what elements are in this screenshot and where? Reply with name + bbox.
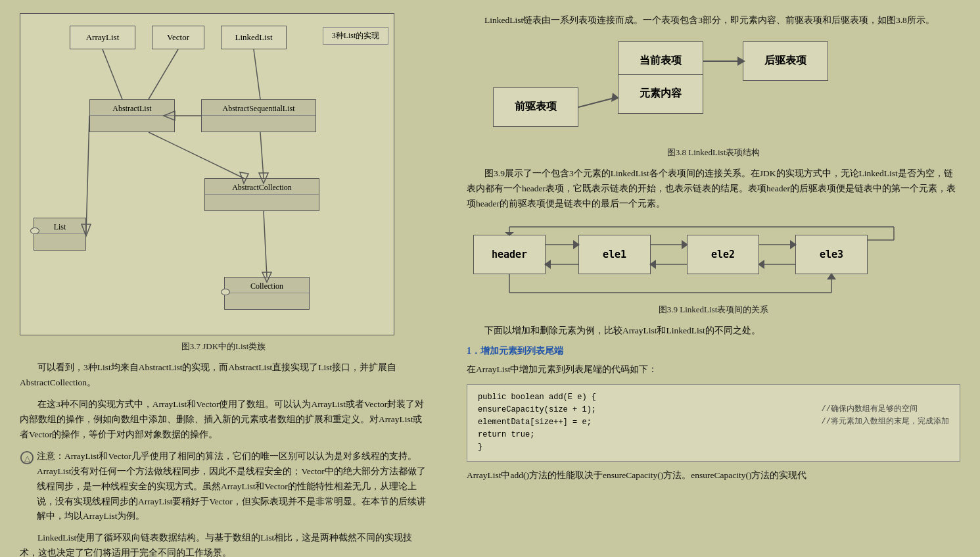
para2-left: 在这3种不同的实现方式中，ArrayList和Vector使用了数组。可以认为A… <box>20 397 427 443</box>
fig38-arrows <box>467 35 861 140</box>
uml-box-list: List <box>34 218 86 251</box>
para3-left: LinkedList使用了循环双向链表数据结构。与基于数组的List相比，这是两… <box>20 531 427 557</box>
left-panel: 3种List的实现 ArrayList Vector LinkedList Ab… <box>0 0 447 557</box>
uml-box-abstractcollection: AbstractCollection <box>204 178 319 211</box>
svg-marker-20 <box>573 240 580 249</box>
svg-line-11 <box>264 211 267 277</box>
svg-line-7 <box>260 132 264 178</box>
svg-marker-18 <box>611 93 619 102</box>
para4-right: 在ArrayList中增加元素到列表尾端的代码如下： <box>467 362 960 377</box>
svg-marker-24 <box>682 240 688 249</box>
uml-box-linkedlist: LinkedList <box>221 26 287 49</box>
uml-box-abstractlist: AbstractList <box>89 99 175 132</box>
uml-diagram: 3种List的实现 ArrayList Vector LinkedList Ab… <box>20 13 394 335</box>
svg-line-1 <box>149 49 178 99</box>
uml-box-abstractsequentiallist: AbstractSequentialList <box>201 99 316 132</box>
para5-right: ArrayList中add()方法的性能取决于ensureCapacity()方… <box>467 468 960 483</box>
svg-line-2 <box>254 49 260 99</box>
svg-marker-35 <box>505 232 514 236</box>
svg-marker-30 <box>758 260 764 269</box>
para1-right: LinkedList链表由一系列表项连接而成。一个表项包含3部分，即元素内容、前… <box>467 13 960 28</box>
para2-right: 图3.9展示了一个包含3个元素的LinkedList各个表项间的连接关系。在JD… <box>467 166 960 212</box>
para3-right: 下面以增加和删除元素为例，比较ArrayList和LinkedList的不同之处… <box>467 324 960 339</box>
uml-box-collection: Collection <box>224 277 310 310</box>
svg-marker-28 <box>790 240 797 249</box>
collection-interface-circle <box>221 289 230 295</box>
fig39-arrows <box>467 222 960 301</box>
svg-marker-16 <box>737 57 745 66</box>
svg-text:△: △ <box>24 453 31 462</box>
right-panel: LinkedList链表由一系列表项连接而成。一个表项包含3部分，即元素内容、前… <box>447 0 980 557</box>
para1-left: 可以看到，3种List均来自AbstractList的实现，而AbstractL… <box>20 360 427 391</box>
uml-box-vector: Vector <box>152 26 204 49</box>
svg-marker-39 <box>827 273 836 279</box>
fig38-caption: 图3.8 LinkedList表项结构 <box>467 147 960 158</box>
fig38-diagram: 当前表项 后驱表项 元素内容 前驱表项 <box>467 35 960 140</box>
uml-arrows <box>20 14 395 336</box>
svg-line-9 <box>86 116 89 234</box>
list-interface-circle <box>30 228 39 234</box>
uml-box-arraylist: ArrayList <box>70 26 135 49</box>
svg-marker-26 <box>649 260 656 269</box>
code-comments: //确保内数组有足够的空间 //将元素加入数组的末尾，完成添加 <box>822 391 949 454</box>
uml-label: 3种List的实现 <box>323 27 388 45</box>
note-icon: △ <box>20 450 34 465</box>
code-main: public boolean add(E e) { ensureCapacity… <box>478 391 802 454</box>
svg-line-0 <box>103 49 122 99</box>
code-block: public boolean add(E e) { ensureCapacity… <box>467 384 960 462</box>
fig39-diagram: header ele1 ele2 ele3 <box>467 222 960 301</box>
svg-line-17 <box>578 97 617 107</box>
section1-heading: 1．增加元素到列表尾端 <box>467 345 960 357</box>
page-container: 3种List的实现 ArrayList Vector LinkedList Ab… <box>0 0 980 557</box>
fig37-caption: 图3.7 JDK中的List类族 <box>20 341 427 352</box>
svg-line-5 <box>149 132 244 178</box>
note-left: △ 注意：ArrayList和Vector几乎使用了相同的算法，它们的唯一区别可… <box>20 449 427 525</box>
svg-marker-22 <box>544 260 551 269</box>
fig39-caption: 图3.9 LinkedList表项间的关系 <box>467 304 960 316</box>
